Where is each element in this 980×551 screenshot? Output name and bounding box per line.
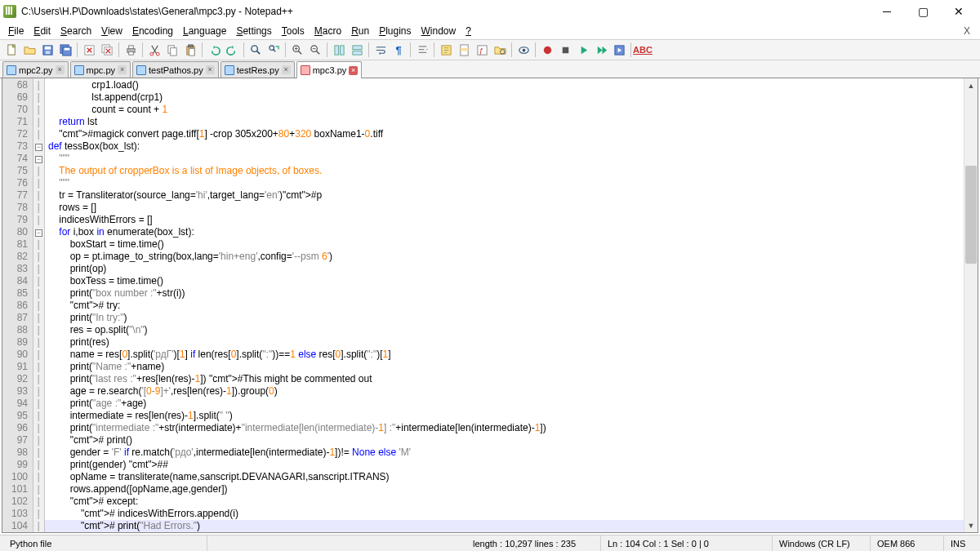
copy-icon[interactable] bbox=[164, 42, 180, 58]
svg-point-36 bbox=[543, 46, 550, 53]
close-window-button[interactable]: ✕ bbox=[941, 0, 977, 23]
svg-rect-12 bbox=[128, 51, 133, 55]
indent-guide-icon[interactable] bbox=[414, 42, 430, 58]
doc-map-icon[interactable] bbox=[456, 42, 472, 58]
minimize-button[interactable]: ─ bbox=[869, 0, 905, 23]
titlebar: C:\Users\H.P\Downloads\states\General\mp… bbox=[0, 0, 980, 23]
menu-window[interactable]: Window bbox=[416, 24, 461, 38]
menu-encoding[interactable]: Encoding bbox=[127, 24, 178, 38]
tab-label: mpc.py bbox=[87, 65, 115, 75]
tab-mpc-py[interactable]: mpc.py× bbox=[70, 61, 131, 78]
svg-rect-37 bbox=[562, 47, 568, 53]
cut-icon[interactable] bbox=[146, 42, 163, 58]
menubar: FileEditSearchViewEncodingLanguageSettin… bbox=[0, 23, 980, 39]
toolbar: ¶ ƒ ABC bbox=[0, 39, 980, 60]
svg-rect-16 bbox=[170, 47, 176, 55]
file-icon bbox=[301, 65, 310, 75]
sync-h-icon[interactable] bbox=[349, 42, 365, 58]
svg-point-13 bbox=[149, 52, 153, 56]
menu-run[interactable]: Run bbox=[346, 24, 374, 38]
close-tab-icon[interactable]: × bbox=[118, 65, 127, 74]
play-macro-icon[interactable] bbox=[575, 42, 591, 58]
svg-point-14 bbox=[156, 52, 159, 56]
maximize-button[interactable]: ▢ bbox=[905, 0, 941, 23]
close-file-icon[interactable] bbox=[81, 42, 97, 58]
show-all-chars-icon[interactable]: ¶ bbox=[390, 42, 407, 58]
svg-rect-25 bbox=[340, 45, 344, 54]
svg-rect-3 bbox=[45, 51, 50, 54]
menu-macro[interactable]: Macro bbox=[310, 24, 346, 38]
save-all-icon[interactable] bbox=[57, 42, 74, 58]
close-doc-x[interactable]: X bbox=[957, 25, 977, 37]
menu-language[interactable]: Language bbox=[178, 24, 231, 38]
fold-column[interactable]: │││││−−│││││−│││││││││││││││││││││││││ bbox=[33, 78, 45, 532]
undo-icon[interactable] bbox=[206, 42, 222, 58]
svg-rect-18 bbox=[188, 44, 193, 47]
svg-rect-11 bbox=[128, 45, 133, 48]
svg-rect-6 bbox=[64, 47, 69, 50]
menu-settings[interactable]: Settings bbox=[231, 24, 276, 38]
file-icon bbox=[7, 65, 16, 75]
status-language: Python file bbox=[3, 535, 207, 551]
sync-v-icon[interactable] bbox=[331, 42, 347, 58]
playloop-macro-icon[interactable] bbox=[593, 42, 609, 58]
status-mode: INS bbox=[944, 535, 977, 551]
udl-icon[interactable] bbox=[438, 42, 454, 58]
svg-text:ƒ: ƒ bbox=[479, 47, 483, 55]
tab-mpc3-py[interactable]: mpc3.py× bbox=[296, 61, 363, 78]
tab-label: mpc2.py bbox=[19, 65, 53, 75]
find-icon[interactable] bbox=[247, 42, 264, 58]
redo-icon[interactable] bbox=[224, 42, 240, 58]
tab-mpc2-py[interactable]: mpc2.py× bbox=[2, 61, 69, 78]
func-list-icon[interactable]: ƒ bbox=[474, 42, 490, 58]
scroll-up-icon[interactable]: ▲ bbox=[964, 78, 978, 92]
close-all-icon[interactable] bbox=[99, 42, 115, 58]
menu-?[interactable]: ? bbox=[461, 24, 476, 38]
vertical-scrollbar[interactable]: ▲ ▼ bbox=[964, 78, 978, 532]
tab-testPathos-py[interactable]: testPathos.py× bbox=[132, 61, 219, 78]
scroll-down-icon[interactable]: ▼ bbox=[964, 518, 978, 532]
wrap-icon[interactable] bbox=[372, 42, 389, 58]
menu-file[interactable]: File bbox=[3, 24, 29, 38]
save-macro-icon[interactable] bbox=[611, 42, 627, 58]
new-file-icon[interactable] bbox=[3, 42, 20, 58]
tab-testRes-py[interactable]: testRes.py× bbox=[220, 61, 295, 78]
save-icon[interactable] bbox=[39, 42, 56, 58]
print-icon[interactable] bbox=[122, 42, 139, 58]
menu-search[interactable]: Search bbox=[56, 24, 96, 38]
scroll-thumb[interactable] bbox=[965, 166, 977, 264]
status-eol: Windows (CR LF) bbox=[773, 535, 871, 551]
replace-icon[interactable] bbox=[265, 42, 282, 58]
status-length: length : 10,297 lines : 235 bbox=[207, 535, 601, 551]
folder-workspace-icon[interactable] bbox=[492, 42, 508, 58]
svg-point-20 bbox=[251, 45, 257, 51]
open-file-icon[interactable] bbox=[21, 42, 38, 58]
menu-plugins[interactable]: Plugins bbox=[374, 24, 416, 38]
svg-rect-27 bbox=[352, 51, 361, 55]
tab-label: testPathos.py bbox=[149, 65, 203, 75]
close-tab-icon[interactable]: × bbox=[206, 65, 215, 74]
zoom-out-icon[interactable] bbox=[307, 42, 323, 58]
menu-edit[interactable]: Edit bbox=[29, 24, 56, 38]
record-macro-icon[interactable] bbox=[539, 42, 555, 58]
close-tab-icon[interactable]: × bbox=[282, 65, 291, 74]
paste-icon[interactable] bbox=[182, 42, 198, 58]
file-icon bbox=[136, 65, 146, 75]
stop-macro-icon[interactable] bbox=[557, 42, 573, 58]
menu-tools[interactable]: Tools bbox=[277, 24, 310, 38]
close-tab-icon[interactable]: × bbox=[349, 66, 358, 75]
file-icon bbox=[74, 65, 84, 75]
tab-label: testRes.py bbox=[237, 65, 279, 75]
code-area[interactable]: crp1.load() lst.append(crp1) count = cou… bbox=[45, 78, 964, 532]
spellcheck-icon[interactable]: ABC bbox=[635, 42, 651, 58]
editor: 6869707172737475767778798081828384858687… bbox=[2, 78, 978, 533]
line-number-gutter: 6869707172737475767778798081828384858687… bbox=[2, 78, 33, 532]
svg-point-35 bbox=[522, 48, 525, 51]
menu-view[interactable]: View bbox=[96, 24, 127, 38]
monitor-icon[interactable] bbox=[515, 42, 532, 58]
close-tab-icon[interactable]: × bbox=[56, 65, 65, 74]
svg-rect-19 bbox=[189, 48, 194, 55]
file-icon bbox=[225, 65, 234, 75]
zoom-in-icon[interactable] bbox=[289, 42, 305, 58]
scroll-track[interactable] bbox=[964, 92, 978, 518]
